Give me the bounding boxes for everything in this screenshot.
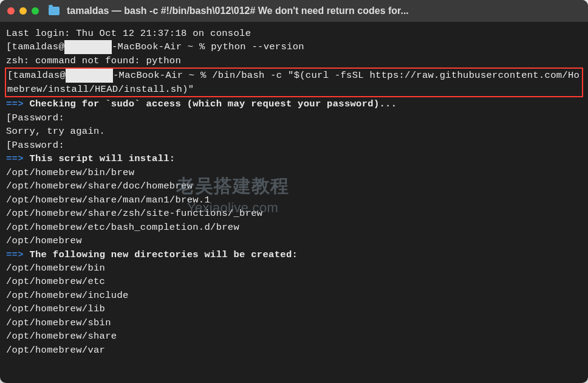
highlighted-command: [tamaldas@████-MacBook-Air ~ % /bin/bash… [5,67,583,97]
path-line: /opt/homebrew/etc/bash_completion.d/brew [6,221,582,234]
path-line: /opt/homebrew/bin/brew [6,166,582,179]
password-prompt: [Password: [6,111,582,125]
path-line: /opt/homebrew/var [6,343,582,357]
close-icon[interactable] [7,7,15,15]
last-login-line: Last login: Thu Oct 12 21:37:18 on conso… [6,27,582,40]
error-line: zsh: command not found: python [6,54,582,67]
titlebar[interactable]: tamaldas — bash -c #!/bin/bash\012\012# … [0,0,588,22]
traffic-lights [7,7,39,15]
prompt-host: -MacBook-Air ~ % [112,41,211,52]
new-dirs-text: The following new directories will be cr… [24,249,298,260]
arrow-icon: ==> [6,98,24,109]
redacted-host: ████ [64,40,112,53]
minimize-icon[interactable] [19,7,27,15]
arrow-icon: ==> [6,153,24,164]
folder-icon [49,7,60,15]
password-prompt: [Password: [6,139,582,152]
terminal-window: tamaldas — bash -c #!/bin/bash\012\012# … [0,0,588,383]
path-line: /opt/homebrew/sbin [6,316,582,330]
path-line: /opt/homebrew/share [6,330,582,343]
prompt-host: -MacBook-Air ~ % [113,70,212,81]
sorry-line: Sorry, try again. [6,125,582,138]
checking-sudo-text: Checking for `sudo` access (which may re… [24,98,397,109]
path-line: /opt/homebrew/share/zsh/site-functions/_… [6,207,582,220]
maximize-icon[interactable] [32,7,39,15]
terminal-body[interactable]: Last login: Thu Oct 12 21:37:18 on conso… [0,22,588,383]
path-line: /opt/homebrew/lib [6,302,582,316]
path-line: /opt/homebrew/share/man/man1/brew.1 [6,193,582,207]
output-line: ==> Checking for `sudo` access (which ma… [6,97,582,111]
arrow-icon: ==> [6,249,24,260]
redacted-host: ████ [66,69,113,82]
path-line: /opt/homebrew/share/doc/homebrew [6,179,582,193]
prompt-user: [tamaldas@ [6,41,64,52]
window-title: tamaldas — bash -c #!/bin/bash\012\012# … [67,5,581,16]
prompt-user: [tamaldas@ [7,70,66,81]
output-line: ==> This script will install: [6,152,582,165]
prompt-line-2: [tamaldas@████-MacBook-Air ~ % /bin/bash… [7,69,581,96]
path-line: /opt/homebrew/etc [6,275,582,288]
script-install-text: This script will install: [24,153,176,164]
prompt-line-1: [tamaldas@████-MacBook-Air ~ % python --… [6,40,582,53]
path-line: /opt/homebrew/bin [6,261,582,275]
path-line: /opt/homebrew/include [6,289,582,302]
output-line: ==> The following new directories will b… [6,248,582,261]
command-text: python --version [211,41,304,52]
path-line: /opt/homebrew [6,234,582,247]
